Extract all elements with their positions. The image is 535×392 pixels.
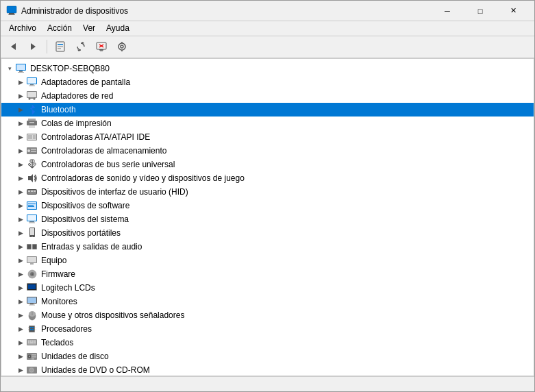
minimize-button[interactable]: ─ xyxy=(432,1,463,21)
expander[interactable]: ▶ xyxy=(15,241,26,252)
expander[interactable]: ▶ xyxy=(15,173,26,184)
svg-point-44 xyxy=(29,163,31,165)
back-button[interactable] xyxy=(3,38,23,56)
svg-rect-70 xyxy=(30,263,34,265)
expander[interactable]: ▶ xyxy=(15,323,26,334)
svg-rect-50 xyxy=(31,191,33,192)
tree-item-sonido[interactable]: ▶ Controladoras de sonido y vídeo y disp… xyxy=(1,171,534,185)
tree-item-adaptadores-pantalla[interactable]: ▶ Adaptadores de pantalla xyxy=(1,75,534,89)
tree-item-portatiles[interactable]: ▶ Dispositivos portátiles xyxy=(1,226,534,240)
dvd-icon xyxy=(26,365,38,376)
device-tree[interactable]: ▾ DESKTOP-SEBQB80 ▶ xyxy=(1,59,534,376)
svg-rect-98 xyxy=(32,341,34,342)
tree-item-colas[interactable]: ▶ Colas de impresión xyxy=(1,117,534,130)
svg-rect-80 xyxy=(29,304,35,305)
expander[interactable]: ▶ xyxy=(15,77,26,88)
tree-item-monitores[interactable]: ▶ Monitores xyxy=(1,295,534,308)
expander[interactable]: ▶ xyxy=(15,310,26,321)
tree-item-procesadores[interactable]: ▶ Procesadores xyxy=(1,322,534,336)
svg-rect-97 xyxy=(30,341,32,342)
tree-item-sistema[interactable]: ▶ Dispositivos del sistema xyxy=(1,212,534,226)
menu-ver[interactable]: Ver xyxy=(77,22,101,34)
tree-item-software[interactable]: ▶ Dispositivos de software xyxy=(1,199,534,212)
menu-ayuda[interactable]: Ayuda xyxy=(101,22,135,34)
software-icon xyxy=(26,200,38,211)
svg-rect-54 xyxy=(28,204,36,204)
properties-button[interactable] xyxy=(51,38,70,56)
svg-rect-108 xyxy=(32,358,34,360)
svg-rect-19 xyxy=(16,64,25,70)
svg-rect-11 xyxy=(100,51,103,51)
expander[interactable]: ▶ xyxy=(15,186,26,197)
tree-item-mouse[interactable]: ▶ Mouse y otros dispositivos señaladores xyxy=(1,308,534,322)
svg-rect-20 xyxy=(19,71,23,72)
expander[interactable]: ▶ xyxy=(15,214,26,225)
tree-item-dvd[interactable]: ▶ Unidades de DVD o CD-ROM xyxy=(1,363,534,376)
expander[interactable]: ▶ xyxy=(15,200,26,211)
refresh-button[interactable] xyxy=(71,38,90,56)
expander[interactable]: ▶ xyxy=(15,90,26,101)
expander[interactable]: ▶ xyxy=(15,255,26,266)
svg-rect-27 xyxy=(27,92,36,97)
close-button[interactable]: ✕ xyxy=(497,1,529,21)
svg-rect-8 xyxy=(58,48,61,49)
tree-item-teclados[interactable]: ▶ Teclados xyxy=(1,336,534,350)
menu-accion[interactable]: Acción xyxy=(42,22,77,34)
svg-rect-56 xyxy=(28,206,34,207)
tree-item-firmware[interactable]: ▶ Firmware xyxy=(1,267,534,281)
maximize-button[interactable]: □ xyxy=(464,1,496,21)
item-label: Bluetooth xyxy=(41,105,76,114)
remove-button[interactable] xyxy=(92,38,111,56)
tree-item-logitech[interactable]: ▶ Logitech LCDs xyxy=(1,281,534,295)
svg-point-14 xyxy=(119,43,125,50)
expander[interactable]: ▶ xyxy=(15,145,26,156)
expander[interactable]: ▶ xyxy=(15,296,26,307)
monitor-icon xyxy=(26,77,38,88)
forward-button[interactable] xyxy=(24,38,43,56)
tree-root-item[interactable]: ▾ DESKTOP-SEBQB80 xyxy=(1,62,534,75)
menu-archivo[interactable]: Archivo xyxy=(3,22,42,34)
svg-rect-30 xyxy=(29,98,36,99)
tree-item-usb[interactable]: ▶ Controladoras de bus serie universal xyxy=(1,158,534,171)
item-label: Adaptadores de red xyxy=(41,91,113,101)
expander[interactable]: ▶ xyxy=(15,118,26,129)
expander[interactable]: ▶ xyxy=(15,337,26,348)
usb-icon xyxy=(26,159,38,170)
expander[interactable]: ▶ xyxy=(15,159,26,170)
root-expander[interactable]: ▾ xyxy=(4,63,15,74)
scan-button[interactable] xyxy=(112,38,132,56)
expander[interactable]: ▶ xyxy=(15,269,26,280)
bluetooth-icon xyxy=(26,104,38,115)
svg-rect-60 xyxy=(29,222,35,223)
expander[interactable]: ▶ xyxy=(15,132,26,143)
tree-item-equipo[interactable]: ▶ Equipo xyxy=(1,254,534,267)
network-icon xyxy=(26,90,38,101)
tree-item-almacenamiento[interactable]: ▶ Controladoras de almacenamiento xyxy=(1,144,534,158)
tree-item-audio[interactable]: ▶ Entradas y salidas de audio xyxy=(1,240,534,254)
expander[interactable]: ▶ xyxy=(15,104,26,115)
svg-rect-78 xyxy=(27,297,36,303)
expander[interactable]: ▶ xyxy=(15,282,26,293)
svg-rect-0 xyxy=(7,6,16,13)
disk-icon xyxy=(26,351,38,362)
svg-rect-2 xyxy=(8,14,15,15)
ata-icon xyxy=(26,132,38,143)
item-label: Firmware xyxy=(41,269,75,279)
tree-item-adaptadores-red[interactable]: ▶ Adaptadores de red xyxy=(1,89,534,103)
expander[interactable]: ▶ xyxy=(15,365,26,376)
tree-item-unidades-disco[interactable]: ▶ Unidades de disco xyxy=(1,350,534,363)
svg-rect-89 xyxy=(32,329,34,330)
svg-rect-66 xyxy=(27,245,31,249)
expander[interactable]: ▶ xyxy=(15,351,26,362)
tree-item-hid[interactable]: ▶ Dispositivos de interfaz de usuario (H… xyxy=(1,185,534,199)
svg-rect-24 xyxy=(30,84,34,86)
printer-icon xyxy=(26,118,38,129)
svg-rect-88 xyxy=(30,329,32,330)
svg-rect-96 xyxy=(28,341,29,342)
logitech-icon xyxy=(26,282,38,293)
svg-rect-59 xyxy=(29,221,34,223)
expander[interactable]: ▶ xyxy=(15,228,26,238)
portable-icon xyxy=(26,228,38,238)
tree-item-bluetooth[interactable]: ▶ Bluetooth xyxy=(1,103,534,117)
tree-item-ata[interactable]: ▶ Controladoras ATA/ATAPI IDE xyxy=(1,130,534,144)
